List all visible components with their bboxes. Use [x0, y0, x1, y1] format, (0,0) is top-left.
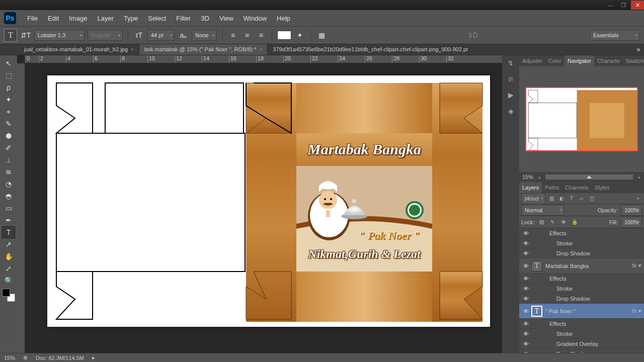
blend-mode-dropdown[interactable]: Normal [521, 205, 565, 216]
layer-fx-gradient[interactable]: 👁Gradient Overlay [519, 339, 644, 349]
close-icon[interactable]: × [259, 47, 262, 52]
tab-channels[interactable]: Channels [562, 182, 591, 193]
canvas-area[interactable]: 0 2 4 6 8 10 12 14 16 18 20 22 24 26 28 … [17, 55, 502, 353]
layer-effects[interactable]: 👁Effects [519, 228, 644, 238]
tab-layers[interactable]: Layers [519, 182, 542, 193]
menu-layer[interactable]: Layer [93, 13, 119, 24]
align-center-icon[interactable]: ≡ [242, 30, 253, 41]
stamp-tool-icon[interactable]: ⟂ [2, 154, 15, 166]
tab-character[interactable]: Characte [594, 55, 623, 66]
marquee-tool-icon[interactable]: ⬚ [2, 69, 15, 81]
visibility-icon[interactable]: 👁 [522, 321, 529, 327]
fx-badge[interactable]: fx ▾ [632, 262, 641, 269]
menu-help[interactable]: Help [272, 13, 295, 24]
3d-icon[interactable]: ◈ [505, 106, 516, 117]
color-swatches[interactable] [2, 289, 15, 302]
tab-swatches[interactable]: Swatche [623, 55, 644, 66]
visibility-icon[interactable]: 👁 [522, 276, 529, 282]
layer-fx-stroke[interactable]: 👁Stroke [519, 284, 644, 294]
lock-all-icon[interactable]: 🔒 [571, 218, 579, 226]
zoom-tool-icon[interactable]: 🔍 [2, 275, 15, 287]
menu-filter[interactable]: Filter [171, 13, 196, 24]
wand-tool-icon[interactable]: ✦ [2, 94, 15, 106]
filter-toggle-icon[interactable]: ▪ [634, 195, 642, 203]
properties-icon[interactable]: ⎚ [505, 73, 516, 84]
tab-styles[interactable]: Styles [592, 182, 613, 193]
document-canvas[interactable]: Martabak Bangka " Pak Noer " Nikmat,Guri… [47, 75, 490, 327]
menu-select[interactable]: Select [143, 13, 171, 24]
zoom-out-icon[interactable]: ▲ [537, 175, 541, 179]
align-left-icon[interactable]: ≡ [227, 30, 238, 41]
visibility-icon[interactable]: 👁 [522, 263, 529, 269]
maximize-button[interactable]: ❐ [617, 1, 630, 10]
workspace-dropdown[interactable]: Essentials [590, 30, 640, 41]
font-family-dropdown[interactable]: Lobster 1.3 [34, 30, 85, 41]
filter-type-icon[interactable]: T [568, 195, 576, 203]
visibility-icon[interactable]: 👁 [522, 331, 529, 337]
zoom-in-icon[interactable]: ▲ [637, 175, 641, 179]
menu-file[interactable]: File [22, 13, 43, 24]
layer-fx-shadow[interactable]: 👁Drop Shadow [519, 349, 644, 353]
tab-adjustments[interactable]: Adjustm [519, 55, 545, 66]
filter-pixel-icon[interactable]: ▨ [547, 195, 555, 203]
fx-badge[interactable]: fx ▾ [632, 308, 641, 314]
menu-image[interactable]: Image [64, 13, 92, 24]
menu-type[interactable]: Type [119, 13, 143, 24]
tab-paths[interactable]: Paths [542, 182, 562, 193]
heal-tool-icon[interactable]: ⬢ [2, 130, 15, 142]
font-size-dropdown[interactable]: 44 pt [147, 30, 175, 41]
align-right-icon[interactable]: ≡ [256, 30, 267, 41]
warp-text-icon[interactable]: ✦ [294, 30, 305, 41]
eraser-tool-icon[interactable]: ◔ [2, 178, 15, 190]
layer-effects[interactable]: 👁Effects [519, 319, 644, 329]
filter-adjust-icon[interactable]: ◐ [557, 195, 566, 203]
pen-tool-icon[interactable]: ✒ [2, 214, 15, 226]
path-select-tool-icon[interactable]: ↗ [2, 238, 15, 250]
doc-tab-2[interactable]: bok martabak @ 15% (" Pak Noer ", RGB/8)… [139, 44, 268, 55]
layer-fx-shadow[interactable]: 👁Drop Shadow [519, 248, 644, 258]
layer-fx-stroke[interactable]: 👁Stroke [519, 238, 644, 248]
fill-input[interactable]: 100% [621, 217, 642, 228]
move-tool-icon[interactable]: ↖ [2, 57, 15, 69]
visibility-icon[interactable]: 👁 [522, 230, 529, 236]
layer-text-paknoer[interactable]: 👁T" Pak Noer "fx ▾ [519, 304, 644, 319]
tab-navigator[interactable]: Navigator [565, 55, 594, 66]
text-color-swatch[interactable] [277, 31, 291, 40]
tab-overflow-icon[interactable]: » [633, 44, 644, 55]
status-info-icon[interactable]: ⊕ [23, 354, 28, 361]
visibility-icon[interactable]: 👁 [522, 240, 529, 246]
type-tool-icon[interactable]: T [4, 29, 17, 42]
close-button[interactable]: ✕ [631, 1, 644, 10]
close-icon[interactable]: × [131, 47, 134, 52]
eyedropper-tool-icon[interactable]: ✎ [2, 118, 15, 130]
blur-tool-icon[interactable]: ▭ [2, 202, 15, 214]
visibility-icon[interactable]: 👁 [522, 286, 529, 292]
character-panel-icon[interactable]: ▦ [316, 30, 327, 41]
menu-window[interactable]: Window [238, 13, 272, 24]
history-brush-tool-icon[interactable]: ≋ [2, 166, 15, 178]
lock-trans-icon[interactable]: ▨ [537, 218, 545, 226]
opacity-input[interactable]: 100% [621, 205, 642, 216]
gradient-tool-icon[interactable]: ◓ [2, 190, 15, 202]
zoom-slider[interactable] [545, 174, 633, 179]
doc-tab-1[interactable]: jual_cetakbox-martabak_01-murah_b2.jpg× [19, 44, 139, 55]
lock-pos-icon[interactable]: ✥ [559, 218, 568, 226]
visibility-icon[interactable]: 👁 [522, 250, 529, 256]
visibility-icon[interactable]: 👁 [522, 296, 529, 302]
visibility-icon[interactable]: 👁 [522, 308, 529, 314]
orientation-icon[interactable]: ⇵T [20, 30, 31, 41]
filter-smart-icon[interactable]: ◫ [588, 195, 596, 203]
layer-effects[interactable]: 👁Effects [519, 274, 644, 284]
tab-color[interactable]: Color [545, 55, 565, 66]
actions-icon[interactable]: ▶ [505, 89, 516, 101]
layer-kind-dropdown[interactable]: ρ Kind [521, 193, 545, 204]
antialias-dropdown[interactable]: None [192, 30, 217, 41]
crop-tool-icon[interactable]: ⌖ [2, 106, 15, 118]
type-tool-icon[interactable]: T [2, 226, 15, 238]
status-doc-size[interactable]: Doc: 62.3M/114.5M [36, 355, 84, 361]
minimize-button[interactable]: — [604, 1, 617, 10]
status-arrow-icon[interactable]: ▸ [92, 354, 95, 361]
status-zoom[interactable]: 15% [4, 355, 15, 361]
3d-mode-label[interactable]: 3D [468, 31, 479, 39]
filter-shape-icon[interactable]: ▱ [578, 195, 586, 203]
